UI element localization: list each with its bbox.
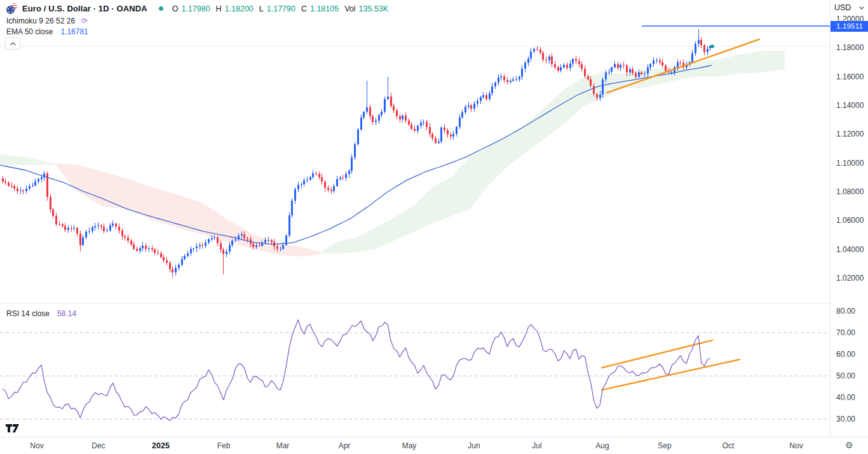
ichimoku-legend[interactable]: Ichimoku 9 26 52 26 ⟳ — [6, 17, 88, 25]
time-axis-month-label: May — [395, 441, 423, 450]
rsi-legend[interactable]: RSI 14 close 58.14 — [6, 309, 76, 318]
rsi-value: 58.14 — [57, 309, 76, 318]
price-axis-label: 1.04000 — [836, 245, 864, 254]
low-label: L — [259, 4, 264, 13]
currency-unit-label: USD — [834, 3, 851, 12]
chart-canvas[interactable] — [0, 0, 868, 437]
time-axis-month-label: Sep — [651, 441, 679, 450]
price-axis[interactable]: USD 1.19511 1.200001.180001.160001.14000… — [830, 0, 868, 437]
price-axis-label: 1.10000 — [836, 159, 864, 168]
high-value: 1.18200 — [225, 4, 254, 13]
rsi-axis-label: 40.00 — [836, 393, 855, 402]
close-label: C — [301, 4, 307, 13]
trading-chart-window: Euro / U.S. Dollar · 1D · OANDA O 1.1798… — [0, 0, 868, 454]
gear-icon[interactable]: ⚙ — [845, 440, 853, 450]
market-status-dot — [159, 6, 163, 11]
eu-flag-icon — [6, 6, 15, 14]
ema-legend[interactable]: EMA 50 close 1.16781 — [6, 27, 88, 36]
rsi-label: RSI 14 close — [6, 309, 50, 318]
tradingview-logo[interactable] — [5, 423, 22, 436]
chevron-up-icon — [10, 42, 16, 46]
open-value: 1.17980 — [181, 4, 210, 13]
time-axis-month-label: Mar — [269, 441, 297, 450]
ema-label: EMA 50 close — [6, 27, 53, 36]
price-axis-label: 1.08000 — [836, 187, 864, 196]
symbol-legend: Euro / U.S. Dollar · 1D · OANDA O 1.1798… — [6, 3, 391, 14]
time-axis-year-label: 2025 — [147, 441, 175, 450]
time-axis-month-label: Apr — [330, 441, 358, 450]
price-axis-label: 1.12000 — [836, 130, 864, 138]
symbol-title[interactable]: Euro / U.S. Dollar · 1D · OANDA — [22, 4, 147, 13]
rsi-pane — [0, 320, 830, 421]
price-axis-label: 1.14000 — [836, 101, 864, 110]
eurusd-pair-icon — [6, 3, 17, 14]
last-price-dot — [710, 44, 714, 48]
rsi-axis-label: 70.00 — [836, 328, 855, 337]
ema-value: 1.16781 — [60, 27, 88, 36]
currency-unit-button[interactable]: USD — [831, 0, 868, 15]
rsi-axis-label: 60.00 — [836, 350, 855, 359]
time-axis[interactable]: ⚙ NovDec2025FebMarAprMayJunJulAugSepOctN… — [0, 437, 868, 454]
rsi-line — [3, 320, 710, 421]
time-axis-month-label: Nov — [23, 441, 51, 450]
price-axis-label: 1.02000 — [836, 274, 864, 283]
price-axis-label: 1.06000 — [836, 216, 864, 225]
indicator-loading-icon: ⟳ — [81, 17, 88, 25]
volume-label: Vol — [344, 4, 355, 13]
price-axis-label: 1.16000 — [836, 72, 864, 81]
ichimoku-cloud — [0, 51, 785, 257]
rsi-channel-lower[interactable] — [602, 359, 740, 390]
volume-value: 135.53K — [359, 4, 389, 13]
time-axis-month-label: Feb — [210, 441, 238, 450]
time-axis-month-label: Aug — [588, 441, 616, 450]
ohlc-readout: O 1.17980 H 1.18200 L 1.17790 C 1.18105 … — [172, 4, 391, 13]
rsi-axis-label: 50.00 — [836, 371, 855, 380]
horizontal-line-price-label[interactable]: 1.19511 — [831, 21, 868, 32]
time-axis-month-label: Nov — [782, 441, 810, 450]
open-label: O — [172, 4, 179, 13]
chevron-down-icon — [859, 6, 864, 10]
price-axis-label: 1.18000 — [836, 43, 864, 52]
collapse-legend-button[interactable] — [5, 37, 20, 50]
ichimoku-label: Ichimoku 9 26 52 26 — [6, 17, 75, 25]
rsi-axis-label: 80.00 — [836, 307, 855, 316]
rsi-axis-label: 30.00 — [836, 415, 855, 424]
rsi-channel-upper[interactable] — [602, 340, 712, 368]
time-axis-month-label: Jul — [523, 441, 551, 450]
time-axis-month-label: Dec — [85, 441, 112, 450]
time-axis-month-label: Jun — [460, 441, 488, 450]
close-value: 1.18105 — [310, 4, 339, 13]
high-label: H — [216, 4, 222, 13]
time-axis-month-label: Oct — [714, 441, 742, 450]
low-value: 1.17790 — [267, 4, 295, 13]
